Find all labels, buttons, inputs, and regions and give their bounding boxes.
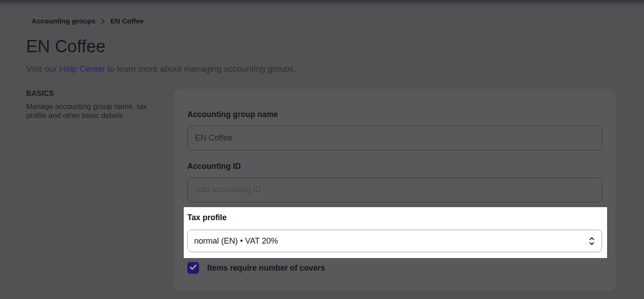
accounting-id-input[interactable] bbox=[187, 177, 602, 202]
basics-settings-card: Accounting group name Accounting ID Tax … bbox=[174, 89, 616, 291]
check-icon bbox=[190, 264, 197, 272]
breadcrumb: Accounting groups EN Coffee bbox=[32, 17, 144, 25]
accounting-group-name-input[interactable] bbox=[187, 126, 602, 150]
breadcrumb-accounting-groups[interactable]: Accounting groups bbox=[32, 17, 95, 25]
page-subtitle: Visit our Help Center to learn more abou… bbox=[26, 64, 296, 74]
chevron-right-icon bbox=[101, 18, 105, 24]
basics-description: Manage accounting group name, tax profil… bbox=[26, 102, 153, 120]
basics-section-info: BASICS Manage accounting group name, tax… bbox=[26, 90, 157, 120]
help-center-link[interactable]: Help Center bbox=[59, 64, 105, 73]
chevron-up-down-icon bbox=[589, 237, 594, 245]
basics-heading: BASICS bbox=[26, 90, 157, 98]
covers-checkbox[interactable] bbox=[187, 262, 199, 274]
page-title: EN Coffee bbox=[26, 37, 105, 56]
accounting-id-label: Accounting ID bbox=[187, 161, 602, 171]
accounting-id-field: Accounting ID bbox=[187, 161, 602, 202]
covers-checkbox-row: Items require number of covers bbox=[187, 262, 602, 274]
tax-profile-select[interactable]: normal (EN) • VAT 20% bbox=[187, 230, 602, 252]
breadcrumb-current: EN Coffee bbox=[110, 17, 144, 25]
subtitle-suffix: to learn more about managing accounting … bbox=[105, 64, 296, 73]
accounting-group-name-label: Accounting group name bbox=[187, 109, 602, 119]
top-edge-shade bbox=[0, 0, 644, 6]
tax-profile-selected-value: normal (EN) • VAT 20% bbox=[194, 236, 278, 246]
tax-profile-spotlight: Tax profile normal (EN) • VAT 20% bbox=[184, 207, 607, 258]
accounting-group-name-field: Accounting group name bbox=[187, 109, 602, 150]
covers-checkbox-label[interactable]: Items require number of covers bbox=[207, 262, 325, 274]
tax-profile-label: Tax profile bbox=[187, 213, 602, 222]
subtitle-prefix: Visit our bbox=[26, 64, 59, 73]
